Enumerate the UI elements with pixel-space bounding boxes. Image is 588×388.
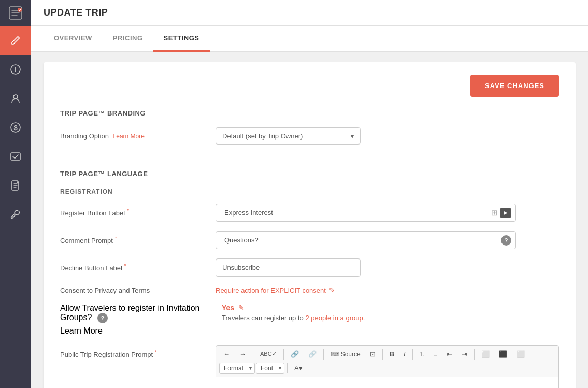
allow-travelers-help-icon[interactable]: ? <box>97 313 108 323</box>
ordered-list-button[interactable]: 1. <box>415 349 428 360</box>
main-content: UPDATE TRIP OVERVIEW PRICING SETTINGS SA… <box>31 0 588 388</box>
sidebar-item-edit[interactable] <box>0 26 31 55</box>
toolbar-sep-6 <box>474 349 475 360</box>
align-right-button[interactable]: ⬜ <box>512 348 529 361</box>
sidebar-item-dollar[interactable]: $ <box>0 113 31 142</box>
spellcheck-button[interactable]: ABC✓ <box>256 348 281 360</box>
toolbar-sep-7 <box>532 349 532 360</box>
svg-rect-7 <box>11 153 20 160</box>
public-prompt-label: Public Trip Registration Prompt * <box>60 345 216 358</box>
branding-option-label: Branding Option Learn More <box>60 132 216 140</box>
align-left-button[interactable]: ⬜ <box>477 348 494 361</box>
comment-help-icon[interactable]: ? <box>501 235 511 246</box>
register-button-input-wrapper: ⊞ ▶ <box>216 204 516 222</box>
increase-indent-button[interactable]: ⇥ <box>457 348 471 361</box>
decline-button-input[interactable] <box>216 258 361 277</box>
register-button-input[interactable] <box>220 204 489 221</box>
font-select-wrapper: Font ▼ <box>256 363 284 374</box>
consent-row: Consent to Privacy and Terms Require act… <box>60 286 559 294</box>
toolbar-sep-2 <box>283 349 284 360</box>
page-title: UPDATE TRIP <box>44 7 576 18</box>
unlink-button[interactable]: 🔗 <box>304 348 321 361</box>
toolbar-sep-3 <box>323 349 324 360</box>
decline-button-label: Decline Button Label * <box>60 263 216 272</box>
section-divider-1 <box>60 157 559 157</box>
register-button-label-row: Register Button Label * ⊞ ▶ <box>60 204 559 222</box>
settings-content: SAVE CHANGES TRIP PAGE™ BRANDING Brandin… <box>31 52 588 388</box>
branding-section: TRIP PAGE™ BRANDING Branding Option Lear… <box>60 109 559 145</box>
required-marker-3: * <box>124 263 126 269</box>
branding-option-row: Branding Option Learn More Default (set … <box>60 127 559 145</box>
public-prompt-editor: ← → ABC✓ 🔗 🔗 ⌨ <box>216 345 559 388</box>
redo-button[interactable]: → <box>235 348 250 361</box>
branding-learn-more-link[interactable]: Learn More <box>113 133 145 140</box>
comment-prompt-input[interactable] <box>220 232 501 249</box>
allow-travelers-label-area: Allow Travelers to register in Invitatio… <box>60 304 216 336</box>
decline-button-label-row: Decline Button Label * <box>60 258 559 277</box>
link-button[interactable]: 🔗 <box>286 348 303 361</box>
registration-label: REGISTRATION <box>60 188 559 195</box>
undo-button[interactable]: ← <box>219 348 234 361</box>
tab-settings[interactable]: SETTINGS <box>153 26 210 52</box>
branding-select[interactable]: Default (set by Trip Owner) Custom Brand… <box>216 127 361 145</box>
sidebar-item-document[interactable] <box>0 171 31 200</box>
yes-edit-row: Yes ✎ <box>222 304 522 312</box>
format-select[interactable]: Format <box>219 363 255 374</box>
consent-label: Consent to Privacy and Terms <box>60 286 216 294</box>
group-info-text: Travelers can register up to 2 people in… <box>222 314 522 322</box>
consent-link[interactable]: Require action for EXPLICIT consent ✎ <box>216 286 516 294</box>
register-button-input-container: ⊞ ▶ <box>216 204 516 222</box>
svg-point-1 <box>18 8 22 12</box>
sidebar-item-check[interactable] <box>0 142 31 171</box>
decline-button-input-wrapper <box>216 258 516 277</box>
save-changes-button[interactable]: SAVE CHANGES <box>470 75 559 97</box>
settings-card: SAVE CHANGES TRIP PAGE™ BRANDING Brandin… <box>44 62 576 388</box>
editor-body[interactable] <box>216 377 559 388</box>
toolbar-sep-8 <box>287 363 288 373</box>
branding-section-title: TRIP PAGE™ BRANDING <box>60 109 559 117</box>
align-center-button[interactable]: ⬛ <box>495 348 511 361</box>
allow-travelers-label: Allow Travelers to register in Invitatio… <box>60 304 216 323</box>
sidebar-item-info[interactable]: i <box>0 55 31 84</box>
required-marker-4: * <box>155 349 157 355</box>
consent-edit-icon[interactable]: ✎ <box>329 286 335 294</box>
tab-bar: OVERVIEW PRICING SETTINGS <box>31 26 588 52</box>
page-header: UPDATE TRIP <box>31 0 588 26</box>
language-section: TRIP PAGE™ LANGUAGE REGISTRATION Registe… <box>60 170 559 388</box>
play-icon[interactable]: ▶ <box>500 208 511 218</box>
font-color-button[interactable]: A▾ <box>290 362 307 375</box>
language-section-title: TRIP PAGE™ LANGUAGE <box>60 170 559 178</box>
svg-point-4 <box>13 95 18 99</box>
editor-toolbar: ← → ABC✓ 🔗 🔗 ⌨ <box>216 345 559 377</box>
source-button[interactable]: ⌨ Source <box>326 348 365 361</box>
required-marker: * <box>127 208 129 214</box>
app-logo <box>0 0 31 26</box>
tab-pricing[interactable]: PRICING <box>103 26 153 52</box>
consent-value: Require action for EXPLICIT consent ✎ <box>216 286 516 294</box>
sidebar-item-person[interactable] <box>0 84 31 113</box>
yes-edit-icon[interactable]: ✎ <box>238 304 245 312</box>
branding-select-wrapper: Default (set by Trip Owner) Custom Brand… <box>216 127 361 145</box>
comment-prompt-label: Comment Prompt * <box>60 235 216 245</box>
comment-prompt-input-container: ? <box>216 231 516 249</box>
grid-icon[interactable]: ⊞ <box>491 208 498 218</box>
tab-overview[interactable]: OVERVIEW <box>44 26 103 52</box>
register-button-label: Register Button Label * <box>60 208 216 217</box>
font-select[interactable]: Font <box>256 363 284 374</box>
toolbar-sep-1 <box>253 349 253 360</box>
decrease-indent-button[interactable]: ⇤ <box>442 348 456 361</box>
format-select-wrapper: Format ▼ <box>219 363 255 374</box>
travelers-highlight: 2 people in a group. <box>305 314 365 322</box>
toolbar-sep-5 <box>412 349 413 360</box>
bold-button[interactable]: B <box>385 348 398 361</box>
unordered-list-button[interactable]: ≡ <box>429 348 442 361</box>
italic-button[interactable]: I <box>399 348 410 361</box>
svg-text:$: $ <box>13 124 18 132</box>
comment-prompt-input-wrapper: ? <box>216 231 516 249</box>
sidebar: i $ <box>0 0 31 388</box>
preview-button[interactable]: ⊡ <box>366 348 380 361</box>
save-btn-row: SAVE CHANGES <box>60 75 559 97</box>
allow-travelers-learn-more[interactable]: Learn More <box>60 326 216 336</box>
sidebar-item-wrench[interactable] <box>0 200 31 229</box>
public-prompt-row: Public Trip Registration Prompt * ← → AB… <box>60 345 559 388</box>
